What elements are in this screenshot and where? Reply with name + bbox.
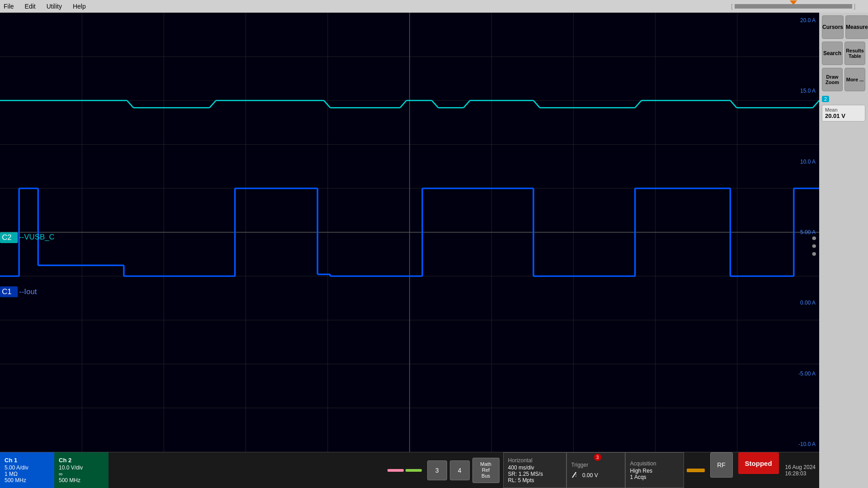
menu-file[interactable]: File <box>4 3 14 10</box>
horizontal-title: Horizontal <box>508 457 561 464</box>
btn-group-3-4: 3 4 Math Ref Bus <box>424 452 503 488</box>
ch1-line3: 500 MHz <box>5 477 50 483</box>
acq-info[interactable]: Acquisition High Res 1 Acqs <box>625 452 684 488</box>
acq-title: Acquisition <box>630 460 679 467</box>
ch2-badge: 2 <box>822 96 829 102</box>
grid-svg: C2 --VUSB_C C1 --Iout <box>0 13 819 452</box>
cursors-measure-row: Cursors Measure <box>822 15 865 39</box>
ch1-line2: 1 MΩ <box>5 471 50 477</box>
horizontal-line2: SR: 1.25 MS/s <box>508 471 561 477</box>
trigger-badge: 3 <box>594 454 601 461</box>
horizontal-info[interactable]: Horizontal 400 ms/div SR: 1.25 MS/s RL: … <box>503 452 566 488</box>
svg-text:--VUSB_C: --VUSB_C <box>19 233 55 241</box>
menu-help[interactable]: Help <box>73 3 86 10</box>
ch4-swatch <box>406 469 422 472</box>
search-btn[interactable]: Search <box>822 42 843 65</box>
math-ref-bus-btn[interactable]: Math Ref Bus <box>472 458 500 483</box>
trigger-level: 0.00 V <box>582 472 598 479</box>
svg-text:C1: C1 <box>2 288 12 296</box>
horizontal-line3: RL: 5 Mpts <box>508 477 561 483</box>
trigger-info[interactable]: Trigger 3 0.00 V <box>566 452 625 488</box>
ch1-info[interactable]: Ch 1 5.00 A/div 1 MΩ 500 MHz <box>0 452 54 488</box>
svg-text:--Iout: --Iout <box>19 288 37 296</box>
draw-more-row: Draw Zoom More ... <box>822 68 865 91</box>
measurement-display: Mean 20.01 V <box>822 105 865 122</box>
grid-area[interactable]: C2 --VUSB_C C1 --Iout 20.0 A 15.0 A 10.0… <box>0 13 819 452</box>
time-display: 16:28:03 <box>785 470 816 477</box>
more-btn[interactable]: More ... <box>844 68 865 91</box>
svg-line-79 <box>572 472 576 478</box>
rf-btn[interactable]: RF <box>710 452 733 478</box>
ch2-line2: ∞ <box>59 471 104 477</box>
horizontal-line1: 400 ms/div <box>508 465 561 471</box>
ch2-label: Ch 2 <box>59 457 104 464</box>
ch3-swatch <box>387 469 404 472</box>
measure-btn[interactable]: Measure <box>845 15 868 39</box>
svg-point-78 <box>812 252 816 256</box>
ch1-label: Ch 1 <box>5 457 50 464</box>
trigger-indicator: [ ] <box>731 3 855 9</box>
trigger-arrow-icon <box>790 0 797 5</box>
draw-zoom-btn[interactable]: Draw Zoom <box>822 68 843 91</box>
svg-point-76 <box>812 236 816 240</box>
btn-3[interactable]: 3 <box>427 460 447 480</box>
svg-point-77 <box>812 244 816 248</box>
menu-bar: File Edit Utility Help [ ] <box>0 0 868 13</box>
stopped-btn[interactable]: Stopped <box>738 452 779 474</box>
main-area: C2 --VUSB_C C1 --Iout 20.0 A 15.0 A 10.0… <box>0 13 868 488</box>
scope-display: C2 --VUSB_C C1 --Iout 20.0 A 15.0 A 10.0… <box>0 13 819 488</box>
measurement-value: 20.01 V <box>825 113 862 119</box>
trigger-bar <box>735 4 852 9</box>
trigger-slope-icon <box>571 471 580 479</box>
svg-text:C2: C2 <box>2 234 12 242</box>
acq-line2: 1 Acqs <box>630 474 679 480</box>
results-table-btn[interactable]: Results Table <box>844 42 865 65</box>
ch1-line1: 5.00 A/div <box>5 465 50 471</box>
rf-color-swatch <box>687 469 705 472</box>
btn-4[interactable]: 4 <box>450 460 470 480</box>
date-time: 16 Aug 2024 16:28:03 <box>782 452 819 488</box>
measurement-name: Mean <box>825 107 862 113</box>
ch2-line1: 10.0 V/div <box>59 465 104 471</box>
cursors-btn[interactable]: Cursors <box>822 15 844 39</box>
menu-edit[interactable]: Edit <box>25 3 36 10</box>
ch2-measurement-area: 2 Mean 20.01 V <box>822 96 865 122</box>
search-results-row: Search Results Table <box>822 42 865 65</box>
status-bar: Ch 1 5.00 A/div 1 MΩ 500 MHz Ch 2 10.0 V… <box>0 452 819 488</box>
trigger-title: Trigger <box>571 462 620 468</box>
ch2-line3: 500 MHz <box>59 477 104 483</box>
acq-line1: High Res <box>630 468 679 474</box>
menu-utility[interactable]: Utility <box>47 3 62 10</box>
right-panel: Cursors Measure Search Results Table Dra… <box>819 13 868 488</box>
ch2-info[interactable]: Ch 2 10.0 V/div ∞ 500 MHz <box>54 452 108 488</box>
date-display: 16 Aug 2024 <box>785 464 816 470</box>
